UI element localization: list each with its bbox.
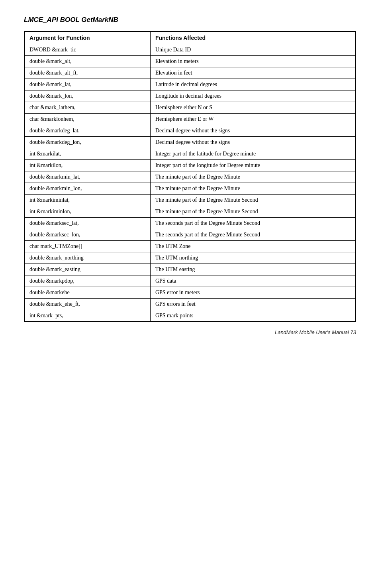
desc-cell: The UTM easting	[150, 264, 356, 275]
arg-cell: double &markmin_lat,	[24, 171, 150, 183]
table-row: double &mark_lon,Longitude in decimal de…	[24, 90, 356, 102]
arg-cell: double &mark_northing	[24, 252, 150, 264]
table-row: double &marksec_lon,The seconds part of …	[24, 229, 356, 241]
desc-cell: Latitude in decimal degrees	[150, 79, 356, 90]
table-row: DWORD &mark_ticUnique Data ID	[24, 44, 356, 56]
desc-cell: The minute part of the Degree Minute Sec…	[150, 206, 356, 218]
desc-cell: Integer part of the latitude for Degree …	[150, 148, 356, 160]
table-row: int &markiminlat,The minute part of the …	[24, 195, 356, 206]
table-row: double &markdeg_lon,Decimal degree witho…	[24, 137, 356, 148]
desc-cell: The UTM Zone	[150, 241, 356, 252]
arg-cell: double &mark_ehe_ft,	[24, 299, 150, 310]
table-row: double &markdeg_lat,Decimal degree witho…	[24, 125, 356, 137]
api-table: Argument for Function Functions Affected…	[24, 31, 356, 322]
desc-cell: Elevation in feet	[150, 67, 356, 79]
arg-cell: double &marksec_lon,	[24, 229, 150, 241]
col1-header: Argument for Function	[24, 31, 150, 44]
desc-cell: The minute part of the Degree Minute	[150, 183, 356, 195]
table-row: double &mark_lat,Latitude in decimal deg…	[24, 79, 356, 90]
desc-cell: GPS errors in feet	[150, 299, 356, 310]
arg-cell: double &mark_alt,	[24, 56, 150, 67]
desc-cell: GPS data	[150, 275, 356, 287]
table-row: double &mark_alt,Elevation in meters	[24, 56, 356, 67]
arg-cell: int &markiminlat,	[24, 195, 150, 206]
table-row: double &markpdop,GPS data	[24, 275, 356, 287]
arg-cell: DWORD &mark_tic	[24, 44, 150, 56]
footer: LandMark Mobile User's Manual 73	[24, 329, 356, 335]
arg-cell: double &mark_lon,	[24, 90, 150, 102]
desc-cell: The minute part of the Degree Minute Sec…	[150, 195, 356, 206]
desc-cell: Decimal degree without the signs	[150, 125, 356, 137]
desc-cell: Decimal degree without the signs	[150, 137, 356, 148]
arg-cell: double &marksec_lat,	[24, 218, 150, 229]
table-row: int &markilon,Integer part of the longit…	[24, 160, 356, 171]
table-row: double &markeheGPS error in meters	[24, 287, 356, 299]
table-row: int &markilat,Integer part of the latitu…	[24, 148, 356, 160]
table-row: double &mark_ehe_ft,GPS errors in feet	[24, 299, 356, 310]
arg-cell: double &markdeg_lat,	[24, 125, 150, 137]
arg-cell: int &markiminlon,	[24, 206, 150, 218]
arg-cell: char &marklonhem,	[24, 114, 150, 125]
arg-cell: char mark_UTMZone[]	[24, 241, 150, 252]
arg-cell: int &markilon,	[24, 160, 150, 171]
arg-cell: double &mark_alt_ft,	[24, 67, 150, 79]
arg-cell: char &mark_lathem,	[24, 102, 150, 114]
desc-cell: The seconds part of the Degree Minute Se…	[150, 229, 356, 241]
page-title: LMCE_API BOOL GetMarkNB	[24, 16, 356, 24]
arg-cell: int &markilat,	[24, 148, 150, 160]
table-row: char mark_UTMZone[]The UTM Zone	[24, 241, 356, 252]
table-row: double &mark_northingThe UTM northing	[24, 252, 356, 264]
arg-cell: double &markehe	[24, 287, 150, 299]
table-row: double &markmin_lon,The minute part of t…	[24, 183, 356, 195]
desc-cell: Hemisphere either N or S	[150, 102, 356, 114]
table-row: int &mark_pts,GPS mark points	[24, 310, 356, 322]
table-row: char &marklonhem,Hemisphere either E or …	[24, 114, 356, 125]
desc-cell: Elevation in meters	[150, 56, 356, 67]
arg-cell: double &markpdop,	[24, 275, 150, 287]
table-row: int &markiminlon,The minute part of the …	[24, 206, 356, 218]
table-row: double &mark_eastingThe UTM easting	[24, 264, 356, 275]
desc-cell: GPS mark points	[150, 310, 356, 322]
arg-cell: int &mark_pts,	[24, 310, 150, 322]
desc-cell: Longitude in decimal degrees	[150, 90, 356, 102]
col2-header: Functions Affected	[150, 31, 356, 44]
table-row: double &mark_alt_ft,Elevation in feet	[24, 67, 356, 79]
arg-cell: double &mark_easting	[24, 264, 150, 275]
desc-cell: Hemisphere either E or W	[150, 114, 356, 125]
table-row: double &marksec_lat,The seconds part of …	[24, 218, 356, 229]
desc-cell: The UTM northing	[150, 252, 356, 264]
desc-cell: Integer part of the longitude for Degree…	[150, 160, 356, 171]
desc-cell: Unique Data ID	[150, 44, 356, 56]
desc-cell: The seconds part of the Degree Minute Se…	[150, 218, 356, 229]
arg-cell: double &mark_lat,	[24, 79, 150, 90]
arg-cell: double &markmin_lon,	[24, 183, 150, 195]
table-row: double &markmin_lat,The minute part of t…	[24, 171, 356, 183]
table-row: char &mark_lathem,Hemisphere either N or…	[24, 102, 356, 114]
desc-cell: GPS error in meters	[150, 287, 356, 299]
desc-cell: The minute part of the Degree Minute	[150, 171, 356, 183]
arg-cell: double &markdeg_lon,	[24, 137, 150, 148]
